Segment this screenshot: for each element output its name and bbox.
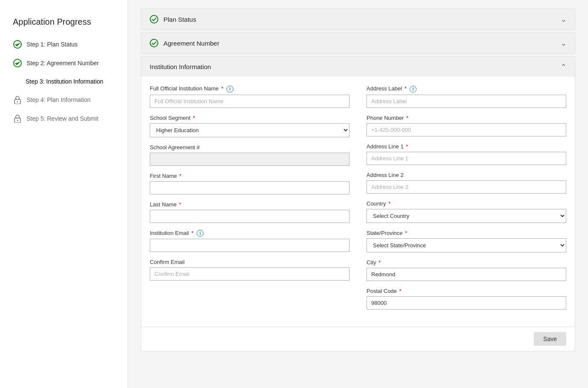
address-line1-group: Address Line 1 *: [367, 143, 566, 165]
state-province-label: State/Province *: [367, 230, 566, 236]
agreement-number-chevron-icon: ⌄: [561, 39, 566, 47]
institution-info-title: Institution Information: [150, 63, 211, 70]
svg-point-7: [150, 39, 158, 47]
last-name-required: *: [179, 201, 181, 208]
last-name-input[interactable]: [150, 210, 349, 223]
accordion-agreement-number: Agreement Number ⌄: [141, 32, 575, 54]
step4-lock-icon: [13, 95, 22, 104]
accordion-institution-info: Institution Information ⌃ Full Official …: [141, 56, 575, 351]
accordion-institution-info-header[interactable]: Institution Information ⌃: [141, 57, 575, 77]
form-left-column: Full Official Institution Name * i Schoo…: [150, 85, 349, 316]
address-line2-label: Address Line 2: [367, 172, 566, 178]
sidebar-item-step1[interactable]: Step 1: Plan Status: [13, 40, 115, 49]
form-footer: Save: [141, 327, 575, 351]
plan-status-check-icon: [150, 15, 158, 23]
phone-number-group: Phone Number *: [367, 115, 566, 136]
institution-name-group: Full Official Institution Name * i: [150, 85, 349, 108]
sidebar-item-step5: Step 5: Review and Submit: [13, 114, 115, 123]
postal-code-label: Postal Code *: [367, 288, 566, 294]
address-label-info-icon[interactable]: i: [410, 86, 416, 93]
school-agreement-group: School Agreement #: [150, 144, 349, 166]
plan-status-title: Plan Status: [163, 16, 196, 23]
city-input[interactable]: [367, 268, 566, 281]
school-segment-select[interactable]: Higher Education K-12 Vocational Other: [150, 123, 349, 137]
agreement-number-title: Agreement Number: [163, 40, 219, 47]
country-select[interactable]: Select Country United States Canada Unit…: [367, 209, 566, 223]
address-line2-group: Address Line 2: [367, 172, 566, 194]
sidebar-step1-label: Step 1: Plan Status: [26, 41, 78, 48]
address-label-input[interactable]: [367, 95, 566, 108]
svg-point-6: [150, 15, 158, 23]
phone-number-required: *: [406, 115, 408, 121]
postal-code-group: Postal Code *: [367, 288, 566, 310]
last-name-group: Last Name *: [150, 201, 349, 223]
first-name-label: First Name *: [150, 173, 349, 179]
confirm-email-group: Confirm Email: [150, 259, 349, 281]
phone-number-input[interactable]: [367, 123, 566, 136]
institution-name-input[interactable]: [150, 95, 349, 108]
address-line1-input[interactable]: [367, 152, 566, 165]
sidebar-step2-label: Step 2: Agreement Number: [26, 60, 99, 67]
address-line2-input[interactable]: [367, 180, 566, 194]
first-name-input[interactable]: [150, 181, 349, 194]
institution-name-required: *: [221, 85, 223, 92]
sidebar: Application Progress Step 1: Plan Status…: [0, 0, 128, 388]
phone-number-label: Phone Number *: [367, 115, 566, 121]
accordion-plan-status-header[interactable]: Plan Status ⌄: [141, 9, 575, 29]
confirm-email-input[interactable]: [150, 267, 349, 281]
form-right-column: Address Label * i Phone Number *: [367, 85, 566, 316]
country-group: Country * Select Country United States C…: [367, 200, 566, 223]
sidebar-item-step4: Step 4: Plan Information: [13, 95, 115, 104]
institution-info-chevron-icon: ⌃: [561, 63, 566, 71]
school-segment-group: School Segment * Higher Education K-12 V…: [150, 115, 349, 137]
postal-code-required: *: [399, 288, 401, 294]
address-line1-required: *: [406, 143, 408, 150]
school-segment-label: School Segment *: [150, 115, 349, 121]
institution-name-info-icon[interactable]: i: [227, 86, 233, 93]
school-agreement-label: School Agreement #: [150, 144, 349, 151]
school-segment-required: *: [193, 115, 195, 121]
country-label: Country *: [367, 200, 566, 207]
address-label-required: *: [405, 85, 407, 92]
institution-name-label: Full Official Institution Name * i: [150, 85, 349, 93]
address-label-label: Address Label * i: [367, 85, 566, 93]
sidebar-title: Application Progress: [13, 17, 115, 27]
institution-info-body: Full Official Institution Name * i Schoo…: [141, 77, 575, 327]
address-line1-label: Address Line 1 *: [367, 143, 566, 150]
svg-point-3: [17, 101, 18, 102]
step2-check-icon: [13, 58, 22, 68]
postal-code-input[interactable]: [367, 296, 566, 310]
school-agreement-input: [150, 153, 349, 166]
confirm-email-label: Confirm Email: [150, 259, 349, 265]
institution-email-label: Institution Email * i: [150, 230, 349, 237]
institution-email-required: *: [191, 230, 193, 236]
sidebar-step3-label: Step 3: Institution Information: [26, 78, 103, 85]
accordion-plan-status: Plan Status ⌄: [141, 9, 575, 30]
step1-check-icon: [13, 40, 22, 49]
institution-email-input[interactable]: [150, 239, 349, 252]
state-province-select[interactable]: Select State/Province Washington Califor…: [367, 238, 566, 252]
svg-point-5: [17, 120, 18, 121]
accordion-agreement-number-header[interactable]: Agreement Number ⌄: [141, 33, 575, 53]
step3-empty-icon: [13, 77, 21, 86]
sidebar-step4-label: Step 4: Plan Information: [26, 96, 90, 103]
institution-email-info-icon[interactable]: i: [197, 230, 204, 237]
city-label: City *: [367, 259, 566, 266]
first-name-required: *: [179, 173, 181, 179]
save-button[interactable]: Save: [534, 332, 566, 346]
last-name-label: Last Name *: [150, 201, 349, 208]
state-province-required: *: [405, 230, 407, 236]
plan-status-chevron-icon: ⌄: [561, 15, 566, 23]
first-name-group: First Name *: [150, 173, 349, 194]
sidebar-item-step3[interactable]: Step 3: Institution Information: [13, 77, 115, 86]
sidebar-step5-label: Step 5: Review and Submit: [26, 115, 99, 122]
country-required: *: [388, 200, 390, 207]
main-content: Plan Status ⌄ Agreement Number ⌄ Insti: [128, 0, 588, 388]
sidebar-item-step2[interactable]: Step 2: Agreement Number: [13, 58, 115, 68]
institution-form-grid: Full Official Institution Name * i Schoo…: [150, 85, 566, 316]
address-label-group: Address Label * i: [367, 85, 566, 108]
institution-email-group: Institution Email * i: [150, 230, 349, 252]
state-province-group: State/Province * Select State/Province W…: [367, 230, 566, 252]
step5-lock-icon: [13, 114, 22, 123]
city-group: City *: [367, 259, 566, 281]
